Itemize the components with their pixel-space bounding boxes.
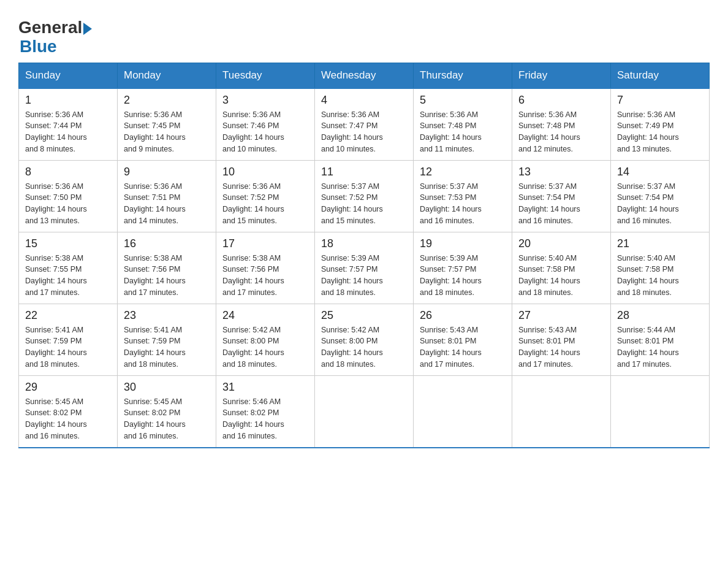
day-info: Sunrise: 5:36 AMSunset: 7:48 PMDaylight:… [518,109,604,155]
day-info: Sunrise: 5:43 AMSunset: 8:01 PMDaylight:… [420,324,506,370]
day-number: 23 [124,309,210,322]
day-number: 9 [124,166,210,178]
day-info: Sunrise: 5:37 AMSunset: 7:52 PMDaylight:… [321,181,407,227]
day-number: 7 [617,94,703,107]
calendar-cell: 17Sunrise: 5:38 AMSunset: 7:56 PMDayligh… [216,232,315,304]
calendar-cell: 4Sunrise: 5:36 AMSunset: 7:47 PMDaylight… [315,88,414,161]
day-info: Sunrise: 5:37 AMSunset: 7:54 PMDaylight:… [617,181,703,227]
day-info: Sunrise: 5:37 AMSunset: 7:53 PMDaylight:… [420,181,506,227]
calendar-cell: 29Sunrise: 5:45 AMSunset: 8:02 PMDayligh… [19,375,118,448]
day-info: Sunrise: 5:45 AMSunset: 8:02 PMDaylight:… [124,396,210,442]
day-number: 24 [222,309,308,322]
day-info: Sunrise: 5:42 AMSunset: 8:00 PMDaylight:… [321,324,407,370]
day-number: 12 [420,166,506,178]
day-info: Sunrise: 5:41 AMSunset: 7:59 PMDaylight:… [25,324,111,370]
day-number: 6 [518,94,604,107]
calendar-cell: 12Sunrise: 5:37 AMSunset: 7:53 PMDayligh… [414,160,512,232]
day-info: Sunrise: 5:36 AMSunset: 7:46 PMDaylight:… [222,109,308,155]
calendar-cell [611,375,710,448]
day-info: Sunrise: 5:41 AMSunset: 7:59 PMDaylight:… [124,324,210,370]
day-number: 13 [518,166,604,178]
day-number: 29 [25,381,111,394]
day-number: 20 [518,237,604,250]
day-number: 10 [222,166,308,178]
day-info: Sunrise: 5:36 AMSunset: 7:49 PMDaylight:… [617,109,703,155]
day-number: 14 [617,166,703,178]
calendar-cell: 19Sunrise: 5:39 AMSunset: 7:57 PMDayligh… [414,232,512,304]
calendar-cell [512,375,611,448]
calendar-cell: 5Sunrise: 5:36 AMSunset: 7:48 PMDaylight… [414,88,512,161]
day-number: 27 [518,309,604,322]
calendar-table: SundayMondayTuesdayWednesdayThursdayFrid… [18,63,710,448]
week-row-1: 1Sunrise: 5:36 AMSunset: 7:44 PMDaylight… [19,88,710,161]
day-info: Sunrise: 5:37 AMSunset: 7:54 PMDaylight:… [518,181,604,227]
calendar-cell: 11Sunrise: 5:37 AMSunset: 7:52 PMDayligh… [315,160,414,232]
calendar-cell: 14Sunrise: 5:37 AMSunset: 7:54 PMDayligh… [611,160,710,232]
week-row-4: 22Sunrise: 5:41 AMSunset: 7:59 PMDayligh… [19,304,710,375]
calendar-cell: 27Sunrise: 5:43 AMSunset: 8:01 PMDayligh… [512,304,611,375]
calendar-cell: 26Sunrise: 5:43 AMSunset: 8:01 PMDayligh… [414,304,512,375]
weekday-header-thursday: Thursday [414,63,512,88]
day-number: 5 [420,94,506,107]
weekday-header-saturday: Saturday [611,63,710,88]
day-info: Sunrise: 5:36 AMSunset: 7:47 PMDaylight:… [321,109,407,155]
day-info: Sunrise: 5:39 AMSunset: 7:57 PMDaylight:… [420,253,506,299]
day-info: Sunrise: 5:45 AMSunset: 8:02 PMDaylight:… [25,396,111,442]
day-info: Sunrise: 5:40 AMSunset: 7:58 PMDaylight:… [617,253,703,299]
weekday-header-wednesday: Wednesday [315,63,414,88]
day-info: Sunrise: 5:36 AMSunset: 7:44 PMDaylight:… [25,109,111,155]
logo-general-text: General [18,18,82,37]
calendar-cell: 21Sunrise: 5:40 AMSunset: 7:58 PMDayligh… [611,232,710,304]
calendar-cell [315,375,414,448]
calendar-cell: 30Sunrise: 5:45 AMSunset: 8:02 PMDayligh… [118,375,216,448]
logo-blue-text: Blue [20,37,92,56]
day-info: Sunrise: 5:36 AMSunset: 7:52 PMDaylight:… [222,181,308,227]
logo-arrow-icon [83,23,92,35]
day-info: Sunrise: 5:38 AMSunset: 7:56 PMDaylight:… [222,253,308,299]
calendar-cell [414,375,512,448]
logo: General Blue [18,18,92,56]
calendar-cell: 9Sunrise: 5:36 AMSunset: 7:51 PMDaylight… [118,160,216,232]
day-number: 4 [321,94,407,107]
day-info: Sunrise: 5:46 AMSunset: 8:02 PMDaylight:… [222,396,308,442]
header: General Blue [18,12,710,56]
week-row-5: 29Sunrise: 5:45 AMSunset: 8:02 PMDayligh… [19,375,710,448]
calendar-cell: 16Sunrise: 5:38 AMSunset: 7:56 PMDayligh… [118,232,216,304]
weekday-header-friday: Friday [512,63,611,88]
calendar-cell: 1Sunrise: 5:36 AMSunset: 7:44 PMDaylight… [19,88,118,161]
day-number: 30 [124,381,210,394]
day-number: 21 [617,237,703,250]
calendar-cell: 8Sunrise: 5:36 AMSunset: 7:50 PMDaylight… [19,160,118,232]
calendar-cell: 2Sunrise: 5:36 AMSunset: 7:45 PMDaylight… [118,88,216,161]
week-row-3: 15Sunrise: 5:38 AMSunset: 7:55 PMDayligh… [19,232,710,304]
day-number: 17 [222,237,308,250]
day-number: 2 [124,94,210,107]
calendar-cell: 31Sunrise: 5:46 AMSunset: 8:02 PMDayligh… [216,375,315,448]
day-info: Sunrise: 5:36 AMSunset: 7:50 PMDaylight:… [25,181,111,227]
day-info: Sunrise: 5:38 AMSunset: 7:55 PMDaylight:… [25,253,111,299]
day-number: 11 [321,166,407,178]
calendar-cell: 10Sunrise: 5:36 AMSunset: 7:52 PMDayligh… [216,160,315,232]
day-info: Sunrise: 5:44 AMSunset: 8:01 PMDaylight:… [617,324,703,370]
day-number: 16 [124,237,210,250]
day-info: Sunrise: 5:36 AMSunset: 7:51 PMDaylight:… [124,181,210,227]
day-info: Sunrise: 5:43 AMSunset: 8:01 PMDaylight:… [518,324,604,370]
day-number: 19 [420,237,506,250]
calendar-cell: 24Sunrise: 5:42 AMSunset: 8:00 PMDayligh… [216,304,315,375]
day-info: Sunrise: 5:42 AMSunset: 8:00 PMDaylight:… [222,324,308,370]
calendar-cell: 18Sunrise: 5:39 AMSunset: 7:57 PMDayligh… [315,232,414,304]
calendar-cell: 20Sunrise: 5:40 AMSunset: 7:58 PMDayligh… [512,232,611,304]
weekday-header-monday: Monday [118,63,216,88]
calendar-cell: 13Sunrise: 5:37 AMSunset: 7:54 PMDayligh… [512,160,611,232]
day-number: 26 [420,309,506,322]
week-row-2: 8Sunrise: 5:36 AMSunset: 7:50 PMDaylight… [19,160,710,232]
calendar-cell: 28Sunrise: 5:44 AMSunset: 8:01 PMDayligh… [611,304,710,375]
weekday-header-tuesday: Tuesday [216,63,315,88]
calendar-cell: 25Sunrise: 5:42 AMSunset: 8:00 PMDayligh… [315,304,414,375]
day-number: 28 [617,309,703,322]
day-number: 18 [321,237,407,250]
day-info: Sunrise: 5:36 AMSunset: 7:45 PMDaylight:… [124,109,210,155]
weekday-header-sunday: Sunday [19,63,118,88]
calendar-cell: 22Sunrise: 5:41 AMSunset: 7:59 PMDayligh… [19,304,118,375]
day-info: Sunrise: 5:39 AMSunset: 7:57 PMDaylight:… [321,253,407,299]
